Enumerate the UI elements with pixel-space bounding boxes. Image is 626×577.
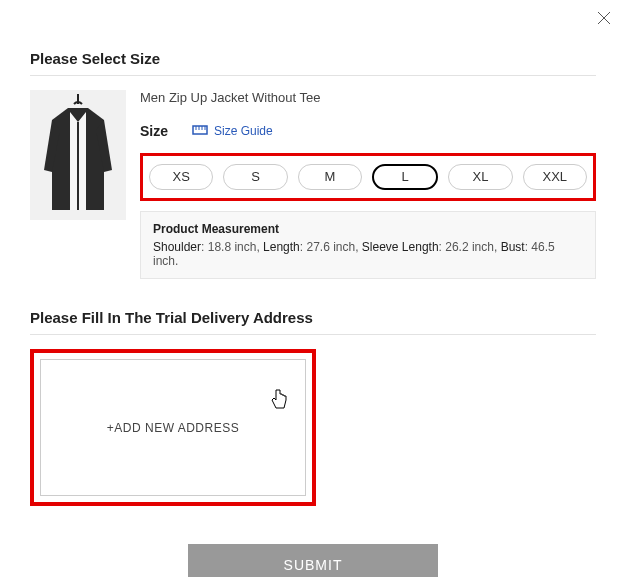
- add-address-label: +ADD NEW ADDRESS: [107, 421, 239, 435]
- size-option-xl[interactable]: XL: [448, 164, 512, 190]
- size-guide-label: Size Guide: [214, 124, 273, 138]
- product-thumbnail: [30, 90, 126, 220]
- section-title-size: Please Select Size: [30, 50, 596, 67]
- ruler-icon: [192, 124, 208, 139]
- product-measurement-box: Product Measurement Shoulder: 18.8 inch,…: [140, 211, 596, 279]
- measurement-title: Product Measurement: [153, 222, 583, 236]
- add-address-button[interactable]: +ADD NEW ADDRESS: [40, 359, 306, 496]
- submit-button[interactable]: SUBMIT: [188, 544, 438, 577]
- cursor-hand-icon: [269, 388, 289, 413]
- size-guide-link[interactable]: Size Guide: [192, 124, 273, 139]
- close-icon[interactable]: [596, 10, 612, 29]
- size-options-highlight: XSSMLXLXXL: [140, 153, 596, 201]
- address-highlight: +ADD NEW ADDRESS: [30, 349, 316, 506]
- divider: [30, 334, 596, 335]
- section-title-address: Please Fill In The Trial Delivery Addres…: [30, 309, 596, 326]
- size-label: Size: [140, 123, 168, 139]
- divider: [30, 75, 596, 76]
- size-option-l[interactable]: L: [372, 164, 438, 190]
- size-option-s[interactable]: S: [223, 164, 287, 190]
- product-title: Men Zip Up Jacket Without Tee: [140, 90, 596, 105]
- measurement-values: Shoulder: 18.8 inch, Length: 27.6 inch, …: [153, 240, 583, 268]
- size-option-m[interactable]: M: [298, 164, 362, 190]
- size-option-xxl[interactable]: XXL: [523, 164, 587, 190]
- size-option-xs[interactable]: XS: [149, 164, 213, 190]
